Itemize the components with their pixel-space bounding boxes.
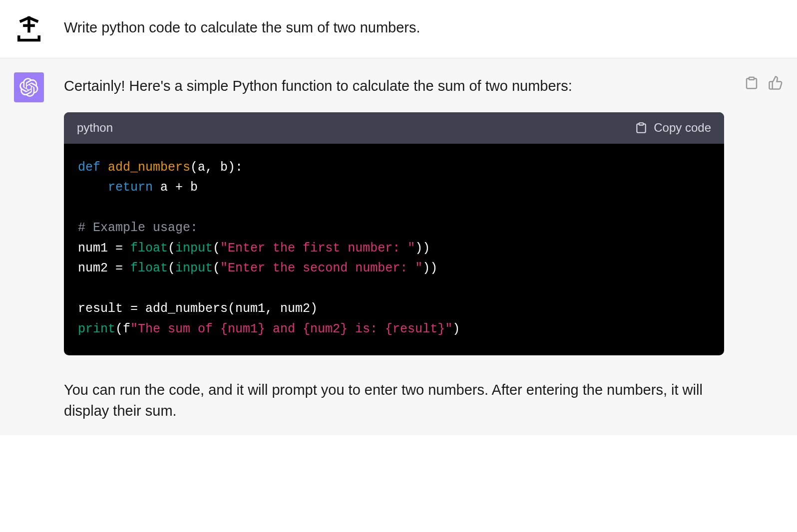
- code-token: (a, b):: [190, 160, 243, 175]
- code-token: "Enter the second number: ": [220, 261, 422, 275]
- message-actions: [744, 72, 783, 421]
- user-avatar: [14, 14, 44, 44]
- assistant-message-body: Certainly! Here's a simple Python functi…: [64, 72, 724, 421]
- svg-rect-1: [749, 77, 754, 80]
- code-header: python Copy code: [64, 112, 724, 144]
- code-token: "The sum of {num1} and {num2} is: {resul…: [130, 322, 452, 336]
- user-avatar-icon: [15, 15, 42, 42]
- code-token: "Enter the first number: ": [220, 241, 415, 256]
- assistant-outro-text: You can run the code, and it will prompt…: [64, 379, 724, 421]
- code-token: add_numbers: [108, 160, 190, 175]
- assistant-avatar-icon: [19, 78, 38, 97]
- code-token: result = add_numbers(num1, num2): [78, 301, 318, 316]
- user-message-text: Write python code to calculate the sum o…: [64, 17, 783, 38]
- code-token: return: [108, 180, 153, 195]
- assistant-message: Certainly! Here's a simple Python functi…: [0, 58, 797, 435]
- assistant-intro-text: Certainly! Here's a simple Python functi…: [64, 75, 724, 96]
- code-content: def add_numbers(a, b): return a + b # Ex…: [64, 144, 724, 356]
- svg-rect-0: [639, 123, 644, 125]
- code-token: num2 =: [78, 261, 130, 275]
- code-block: python Copy code def add_numbers(a, b): …: [64, 112, 724, 355]
- user-message: Write python code to calculate the sum o…: [0, 0, 797, 58]
- code-token: float: [130, 261, 168, 275]
- code-token: input: [175, 261, 213, 275]
- code-token: ): [452, 322, 460, 336]
- code-token: num1 =: [78, 241, 130, 256]
- code-token: def: [78, 160, 100, 175]
- code-token: float: [130, 241, 168, 256]
- copy-code-label: Copy code: [654, 119, 711, 137]
- code-token: a + b: [153, 180, 198, 195]
- assistant-avatar: [14, 72, 44, 102]
- code-token: # Example usage:: [78, 221, 198, 235]
- user-message-body: Write python code to calculate the sum o…: [64, 14, 783, 44]
- thumbs-up-icon[interactable]: [768, 75, 783, 90]
- code-token: print: [78, 322, 115, 336]
- code-token: input: [175, 241, 213, 256]
- code-token: )): [422, 261, 437, 275]
- code-token: )): [415, 241, 430, 256]
- copy-icon[interactable]: [744, 75, 759, 90]
- copy-code-button[interactable]: Copy code: [635, 119, 711, 137]
- clipboard-icon: [635, 121, 648, 134]
- code-language-label: python: [77, 119, 113, 137]
- code-token: (f: [115, 322, 130, 336]
